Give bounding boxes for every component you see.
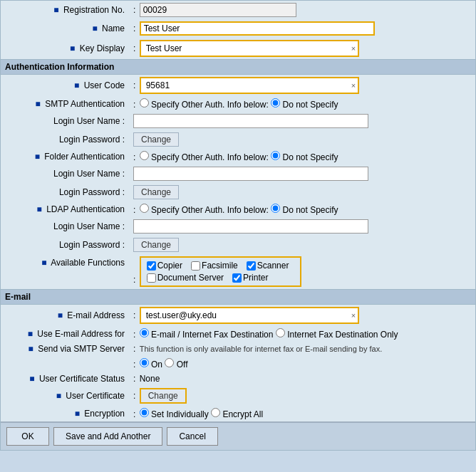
ldap-login-user-input[interactable] xyxy=(133,219,368,234)
use-email-radio2-label[interactable]: Internet Fax Destination Only xyxy=(276,330,398,340)
printer-checkbox-label[interactable]: Printer xyxy=(232,273,268,283)
name-input[interactable] xyxy=(140,21,375,36)
smtp-login-user-input[interactable] xyxy=(133,114,368,128)
smtp-label: SMTP Authentication xyxy=(45,99,125,109)
encrypt-radio1-label[interactable]: Set Individually xyxy=(140,409,211,419)
avail-func-dot: ■ xyxy=(41,258,46,268)
use-email-dot: ■ xyxy=(28,329,33,339)
ldap-option1-text: Specify Other Auth. Info below: xyxy=(151,205,269,215)
cert-status-dot: ■ xyxy=(29,374,34,384)
reg-dot: ■ xyxy=(53,5,58,15)
folder-option1-text: Specify Other Auth. Info below: xyxy=(151,152,269,162)
use-email-option2-text: Internet Fax Destination Only xyxy=(287,330,398,340)
ldap-option2-text: Do not Specify xyxy=(282,205,338,215)
bottom-bar: OK Save and Add Another Cancel xyxy=(1,421,475,450)
smtp-radio1-label[interactable]: Specify Other Auth. Info below: xyxy=(140,100,271,110)
user-code-label: User Code xyxy=(84,80,125,90)
use-email-radio1-label[interactable]: E-mail / Internet Fax Destination xyxy=(140,330,276,340)
folder-login-pw-label: Login Password : xyxy=(59,187,125,197)
facsimile-checkbox-label[interactable]: Facsimile xyxy=(191,261,238,271)
smtp-server-label: Send via SMTP Server xyxy=(38,344,125,354)
user-code-clear-icon[interactable]: × xyxy=(350,81,356,90)
cert-change-button[interactable]: Change xyxy=(140,388,187,404)
email-section-header: E-mail xyxy=(5,292,31,302)
use-email-radio2[interactable] xyxy=(276,328,285,337)
ldap-radio1[interactable] xyxy=(140,204,149,213)
printer-text: Printer xyxy=(243,273,268,283)
email-addr-dot: ■ xyxy=(58,310,63,320)
smtp-option2-text: Do not Specify xyxy=(282,100,338,110)
scanner-text: Scanner xyxy=(257,261,289,271)
encrypt-radio2[interactable] xyxy=(211,408,220,417)
folder-login-user-input[interactable] xyxy=(133,167,368,181)
smtp-option1-text: Specify Other Auth. Info below: xyxy=(151,100,269,110)
smtp-off-text: Off xyxy=(177,360,188,369)
ldap-radio2-label[interactable]: Do not Specify xyxy=(271,205,338,215)
avail-func-label: Available Functions xyxy=(51,258,125,268)
smtp-on-radio[interactable] xyxy=(140,358,149,367)
folder-radio2-label[interactable]: Do not Specify xyxy=(271,152,338,162)
encrypt-radio1[interactable] xyxy=(140,408,149,417)
smtp-radio2-label[interactable]: Do not Specify xyxy=(271,100,338,110)
key-display-clear-icon[interactable]: × xyxy=(350,44,356,53)
cert-status-value: None xyxy=(140,374,160,384)
folder-auth-label: Folder Authentication xyxy=(44,152,125,162)
doc-server-text: Document Server xyxy=(157,273,224,283)
folder-login-user-label: Login User Name : xyxy=(53,169,125,179)
doc-server-checkbox[interactable] xyxy=(147,273,156,283)
copier-checkbox-label[interactable]: Copier xyxy=(147,261,182,271)
reg-no-input[interactable] xyxy=(140,3,296,17)
name-dot: ■ xyxy=(92,23,97,33)
use-email-radio1[interactable] xyxy=(140,328,149,337)
ldap-radio1-label[interactable]: Specify Other Auth. Info below: xyxy=(140,205,271,215)
cert-label: User Certificate xyxy=(66,391,125,401)
cert-status-label: User Certificate Status xyxy=(39,374,125,384)
smtp-on-text: On xyxy=(151,360,162,369)
encrypt-option2-text: Encrypt All xyxy=(222,409,263,419)
email-addr-input[interactable] xyxy=(143,309,350,322)
reg-no-label: Registration No. xyxy=(63,5,125,15)
copier-checkbox[interactable] xyxy=(147,261,156,271)
smtp-login-pw-label: Login Password : xyxy=(59,135,125,145)
folder-option2-text: Do not Specify xyxy=(282,152,338,162)
ldap-label: LDAP Authentication xyxy=(46,204,125,214)
ldap-change-button[interactable]: Change xyxy=(133,238,179,252)
encrypt-radio2-label[interactable]: Encrypt All xyxy=(211,409,263,419)
key-display-input[interactable] xyxy=(143,42,350,55)
smtp-off-radio-label[interactable]: Off xyxy=(165,360,187,369)
smtp-login-user-label: Login User Name : xyxy=(53,116,125,126)
use-email-option1-text: E-mail / Internet Fax Destination xyxy=(151,330,273,340)
smtp-server-dot: ■ xyxy=(29,344,33,354)
user-code-dot: ■ xyxy=(74,80,79,90)
folder-change-button[interactable]: Change xyxy=(133,185,179,199)
folder-radio1[interactable] xyxy=(140,151,149,160)
smtp-radio1[interactable] xyxy=(140,98,149,107)
save-and-add-button[interactable]: Save and Add Another xyxy=(53,427,162,446)
auth-section-header: Authentication Information xyxy=(5,62,114,72)
printer-checkbox[interactable] xyxy=(232,273,242,283)
copier-text: Copier xyxy=(157,261,182,271)
facsimile-text: Facsimile xyxy=(202,261,238,271)
scanner-checkbox-label[interactable]: Scanner xyxy=(247,261,289,271)
email-addr-clear-icon[interactable]: × xyxy=(350,311,356,320)
smtp-on-radio-label[interactable]: On xyxy=(140,360,165,369)
smtp-server-note: This function is only available for inte… xyxy=(140,345,383,353)
encryption-dot: ■ xyxy=(75,409,80,419)
folder-radio2[interactable] xyxy=(271,151,280,160)
smtp-radio2[interactable] xyxy=(271,98,280,107)
key-display-dot: ■ xyxy=(70,43,75,53)
cert-dot: ■ xyxy=(56,391,61,401)
folder-radio1-label[interactable]: Specify Other Auth. Info below: xyxy=(140,152,271,162)
smtp-off-radio[interactable] xyxy=(165,358,174,367)
cancel-button[interactable]: Cancel xyxy=(167,427,217,446)
key-display-label: Key Display xyxy=(80,43,125,53)
ldap-radio2[interactable] xyxy=(271,204,280,213)
use-email-label: Use E-mail Address for xyxy=(37,329,125,339)
user-code-input[interactable] xyxy=(143,79,350,92)
doc-server-checkbox-label[interactable]: Document Server xyxy=(147,273,224,283)
facsimile-checkbox[interactable] xyxy=(191,261,200,271)
ok-button[interactable]: OK xyxy=(6,427,49,446)
name-label: Name xyxy=(102,23,125,33)
smtp-change-button[interactable]: Change xyxy=(133,132,179,147)
scanner-checkbox[interactable] xyxy=(247,261,256,271)
